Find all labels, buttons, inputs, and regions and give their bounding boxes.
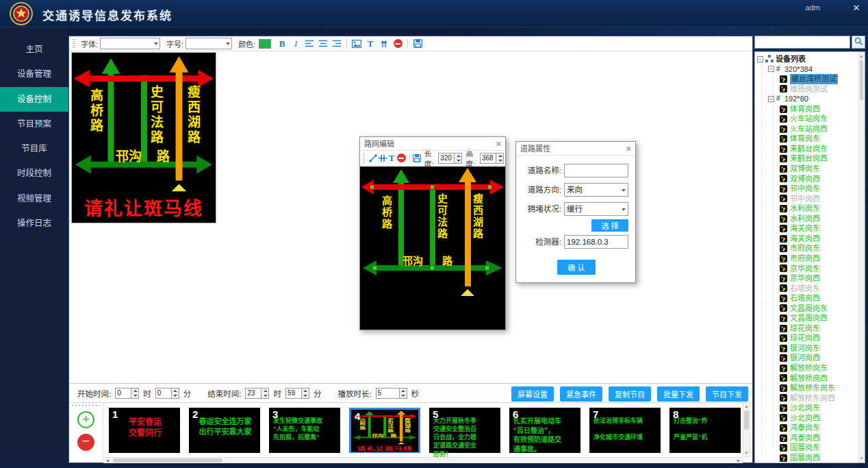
device-name[interactable]: 琼花岗西 [790,333,820,343]
device-name[interactable]: 体育岗东 [790,134,820,144]
device-item[interactable]: 双博岗西 [755,174,865,184]
playlist-item-3[interactable]: 发生轻微交通事故“人未伤，车能动先拍照，后撤离”3 [269,408,340,453]
height-stepper[interactable]: 368 [480,153,504,164]
device-group-320*384[interactable]: −#320*384 [755,64,865,75]
end-hour-stepper[interactable]: 23 [245,388,269,399]
device-group-192*80[interactable]: −#192*80 [755,94,865,104]
device-item[interactable]: 水利岗西 [755,214,865,224]
device-name[interactable]: 解放桥岗西 [790,373,828,384]
action-button-批量下发[interactable]: 批量下发 [657,386,700,402]
device-item[interactable]: 体育岗东 [755,134,865,144]
device-item[interactable]: 市府岗东 [755,243,865,254]
device-name[interactable]: 解放桥岗东 [790,363,828,373]
device-item[interactable]: 银河岗西 [755,353,865,363]
device-name[interactable]: 火车站岗东 [790,114,828,124]
device-item[interactable]: 体育岗西 [755,104,865,114]
scrollbar-thumb[interactable] [860,60,863,100]
device-item[interactable]: 文昌阁岗东 [755,304,865,314]
scroll-up-icon[interactable]: ▲ [743,403,750,410]
detector-input[interactable]: 192.168.0.3 [564,235,628,249]
device-name[interactable]: 海关岗西 [790,234,820,244]
device-item[interactable]: 解放桥东岗东 [755,383,865,393]
device-name[interactable]: 双博岗东 [790,164,820,174]
device-item[interactable]: 沙北岗西 [755,413,865,423]
device-item[interactable]: 邗中岗东 [755,184,865,194]
delete-button[interactable] [392,38,404,50]
end-minute-stepper[interactable]: 59 [285,388,309,399]
road-direction-select[interactable]: 来向 [564,183,628,197]
dialog-close-icon[interactable]: ✕ [496,137,502,151]
road-network-button[interactable] [378,38,390,50]
congestion-select[interactable]: 缓行 [564,202,628,216]
sidebar-item-主页[interactable]: 主页 [0,37,68,62]
device-name[interactable]: 市府岗西 [790,254,820,264]
spinner-arrows[interactable] [454,153,461,163]
device-item[interactable]: 双博岗东 [755,164,865,174]
device-item[interactable]: 银河岗东 [755,343,865,354]
device-search-button[interactable] [852,36,865,49]
playlist-item-7[interactable]: 依法治理非标车辆 净化城市交通环境7 [589,408,661,453]
italic-button[interactable]: I [290,38,302,50]
playlist-item-5[interactable]: 大力开展秋冬季交通安全整治百日会战，全力稳定道路交通安全形势！5 [429,408,500,453]
device-name[interactable]: 沙北岗东 [790,403,820,413]
device-name[interactable]: 海关岗东 [790,223,820,234]
device-name[interactable]: 螺丝湾桥测试 [790,74,838,84]
device-item[interactable]: 石塔岗东 [755,284,865,294]
sidebar-item-操作日志[interactable]: 操作日志 [0,211,68,236]
draw-line-button[interactable] [369,152,377,164]
device-name[interactable]: 市府岗东 [790,243,820,254]
action-button-紧急事件[interactable]: 紧急事件 [560,386,602,402]
bold-button[interactable]: B [276,38,288,50]
action-button-节目下发[interactable]: 节目下发 [706,386,748,402]
device-name[interactable]: 来鹤台岗东 [790,144,828,154]
scrollbar-thumb[interactable] [113,458,222,463]
scroll-right-icon[interactable]: ▶ [735,458,742,463]
start-minute-stepper[interactable]: 0 [155,388,179,399]
device-item[interactable]: 京华岗西 [755,273,865,284]
dialog-titlebar[interactable]: 道路属性 ✕ [516,142,635,156]
device-name[interactable]: 石塔岗东 [790,284,820,294]
font-size-select[interactable] [186,38,232,49]
device-name[interactable]: 维扬岗测试 [790,84,828,95]
sidebar-item-时段控制[interactable]: 时段控制 [0,161,68,186]
road-cross-button[interactable] [379,152,387,164]
device-name[interactable]: 邗中岗西 [790,194,820,204]
confirm-button[interactable]: 确 认 [557,260,596,275]
device-item[interactable]: 沙北岗东 [755,403,865,413]
road-name-input[interactable] [564,164,628,177]
device-item[interactable]: 鸿泰岗西 [755,433,865,443]
sidebar-item-视频管理[interactable]: 视频管理 [0,186,68,211]
insert-image-button[interactable] [350,38,363,50]
device-name[interactable]: 京华岗西 [790,273,820,284]
device-item[interactable]: 邗中岗西 [755,194,865,204]
save-button[interactable] [411,38,424,50]
scroll-down-icon[interactable]: ▼ [859,455,864,462]
device-item[interactable]: 来鹤台岗西 [755,153,865,164]
device-name[interactable]: 京华岗东 [790,264,820,274]
device-name[interactable]: 国展岗东 [790,443,820,453]
align-left-button[interactable] [303,38,316,50]
device-item[interactable]: 维扬岗测试 [755,84,865,95]
dialog-close-icon[interactable]: ✕ [626,142,632,156]
dialog-titlebar[interactable]: 路网编辑 ✕ [360,137,505,151]
device-name[interactable]: 石塔岗西 [790,293,820,304]
font-select[interactable] [100,38,160,49]
device-item[interactable]: 解放桥岗西 [755,373,865,384]
align-center-button[interactable] [317,38,329,50]
editor-canvas[interactable]: 高桥路 史可法路 瘦西湖路 邗沟 路 请礼让斑马线 路网编辑 ✕ T 长度: [69,51,752,383]
device-name[interactable]: 文昌阁岗东 [790,304,828,314]
device-name[interactable]: 解放桥东岗东 [790,383,835,393]
device-item[interactable]: 鸿泰岗东 [755,423,865,433]
device-item[interactable]: 琼花岗西 [755,333,865,343]
device-name[interactable]: 国展岗西 [790,453,820,463]
window-close-icon[interactable]: ✕ [850,2,863,14]
tree-expand-icon[interactable]: − [768,96,774,102]
sign-preview[interactable]: 高桥路 史可法路 瘦西湖路 邗沟 路 请礼让斑马线 [71,52,216,223]
device-item[interactable]: 海关岗东 [755,223,865,234]
device-item[interactable]: 来鹤台岗东 [755,144,865,154]
insert-text-button[interactable]: T [388,152,396,164]
device-item[interactable]: 解放桥岗东 [755,363,865,373]
device-name[interactable]: 鸿泰岗东 [790,423,820,433]
sidebar-item-设备管理[interactable]: 设备管理 [0,62,68,86]
device-item[interactable]: 火车站岗东 [755,114,865,124]
